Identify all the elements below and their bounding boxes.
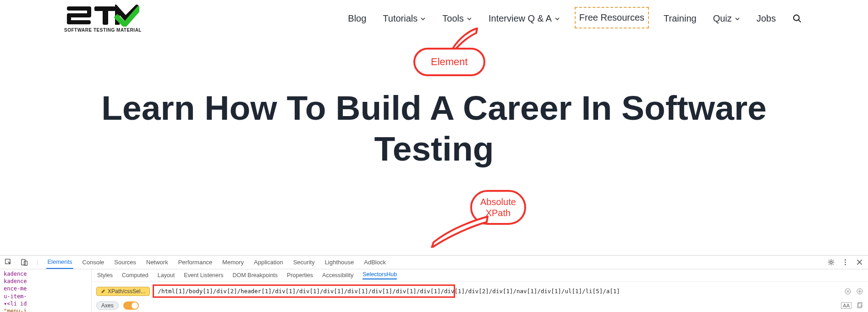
devtools-tab-elements[interactable]: Elements (46, 256, 73, 269)
primary-nav: Blog Tutorials Tools Interview Q & A Fre… (346, 9, 804, 28)
chevron-down-icon (735, 16, 740, 22)
hero-title: Learn How To Build A Career In Software … (92, 88, 776, 169)
nav-item-jobs[interactable]: Jobs (755, 11, 778, 27)
dom-line: kadence (4, 270, 88, 278)
nav-item-quiz[interactable]: Quiz (711, 11, 742, 27)
devtools-dom-tree[interactable]: kadence kadence ence-me u-item- ▾<li id … (0, 269, 92, 312)
devtools-side-tabs: Styles Computed Layout Event Listeners D… (92, 269, 868, 282)
devtools-tab-application[interactable]: Application (253, 256, 284, 268)
selector-type-label: XPath/cssSel… (108, 288, 146, 295)
logo-mark-icon (66, 5, 139, 27)
device-toggle-icon[interactable] (21, 258, 28, 266)
annotation-xpath-line2: XPath (486, 208, 511, 218)
nav-item-tools[interactable]: Tools (440, 11, 474, 27)
svg-rect-3 (87, 6, 91, 17)
svg-point-15 (845, 264, 846, 265)
clear-icon[interactable] (844, 288, 852, 295)
site-header: SOFTWARE TESTING MATERIAL Blog Tutorials… (0, 0, 868, 33)
chevron-down-icon (555, 16, 560, 22)
nav-item-training[interactable]: Training (662, 11, 698, 27)
xpath-input[interactable]: /html[1]/body[1]/div[2]/header[1]/div[1]… (153, 284, 455, 298)
devtools-tab-console[interactable]: Console (82, 256, 105, 268)
annotation-element: Element (413, 48, 485, 76)
side-tab-dom-breakpoints[interactable]: DOM Breakpoints (232, 272, 278, 279)
selectorshub-axes-row: Axes AA (92, 301, 868, 311)
logo-subtitle: SOFTWARE TESTING MATERIAL (64, 28, 142, 33)
side-tab-selectorshub[interactable]: SelectorsHub (363, 271, 397, 279)
svg-rect-10 (22, 260, 26, 265)
svg-rect-4 (67, 13, 71, 24)
dom-line: kadence (4, 278, 88, 285)
chevron-down-icon (420, 16, 426, 22)
axes-toggle[interactable] (123, 301, 139, 310)
selectorshub-row: XPath/cssSel… /html[1]/body[1]/div[2]/he… (92, 282, 868, 301)
kebab-icon[interactable] (841, 258, 849, 266)
pencil-icon (100, 289, 106, 294)
svg-point-14 (845, 262, 846, 263)
copy-icon[interactable] (856, 302, 863, 309)
dom-line: ence-me (4, 285, 88, 292)
chevron-down-icon (467, 16, 472, 22)
devtools-tab-security[interactable]: Security (292, 256, 316, 268)
callout-tail-icon (429, 216, 489, 248)
nav-item-interview[interactable]: Interview Q & A (487, 11, 562, 27)
dom-line: ▾<li id (4, 300, 88, 307)
nav-label: Training (664, 13, 697, 24)
side-tab-styles[interactable]: Styles (97, 272, 113, 279)
nav-label: Tools (442, 13, 464, 24)
annotation-element-label: Element (413, 48, 485, 76)
nav-label: Interview Q & A (489, 13, 552, 24)
devtools-tab-lighthouse[interactable]: Lighthouse (324, 256, 355, 268)
nav-search[interactable] (791, 11, 804, 26)
nav-item-tutorials[interactable]: Tutorials (381, 11, 428, 27)
nav-item-blog[interactable]: Blog (346, 11, 368, 27)
svg-point-13 (845, 259, 846, 261)
devtools-toolbar: | Elements Console Sources Network Perfo… (0, 256, 868, 269)
svg-point-7 (794, 15, 799, 21)
svg-line-8 (798, 20, 801, 22)
inspect-icon[interactable] (5, 258, 12, 266)
nav-label: Free Resources (579, 12, 644, 23)
close-icon[interactable] (856, 258, 863, 266)
add-icon[interactable] (856, 288, 863, 295)
nav-label: Blog (348, 13, 366, 24)
svg-rect-6 (103, 6, 108, 25)
side-tab-properties[interactable]: Properties (287, 272, 313, 279)
aa-indicator: AA (841, 302, 852, 309)
devtools-tab-adblock[interactable]: AdBlock (363, 256, 387, 268)
dom-line: u-item- (4, 293, 88, 300)
annotation-xpath: Absolute XPath (470, 190, 526, 225)
site-logo[interactable]: SOFTWARE TESTING MATERIAL (64, 5, 142, 33)
search-icon (792, 14, 802, 23)
devtools-tab-memory[interactable]: Memory (221, 256, 245, 268)
dom-line: "menu-i (4, 307, 88, 312)
nav-label: Quiz (713, 13, 732, 24)
devtools-tab-sources[interactable]: Sources (113, 256, 137, 268)
nav-item-free-resources[interactable]: Free Resources (575, 7, 649, 28)
side-tab-layout[interactable]: Layout (158, 272, 175, 279)
nav-label: Jobs (757, 13, 776, 24)
svg-point-12 (830, 261, 832, 263)
annotation-xpath-line1: Absolute (480, 197, 516, 207)
side-tab-computed[interactable]: Computed (122, 272, 148, 279)
selector-type-badge[interactable]: XPath/cssSel… (96, 287, 150, 296)
side-tab-event-listeners[interactable]: Event Listeners (184, 272, 223, 279)
devtools-tab-performance[interactable]: Performance (177, 256, 213, 268)
devtools-tab-network[interactable]: Network (145, 256, 169, 268)
nav-label: Tutorials (383, 13, 418, 24)
axes-badge[interactable]: Axes (96, 301, 119, 310)
side-tab-accessibility[interactable]: Accessibility (322, 272, 353, 279)
gear-icon[interactable] (827, 258, 835, 266)
devtools-panel: | Elements Console Sources Network Perfo… (0, 255, 868, 312)
